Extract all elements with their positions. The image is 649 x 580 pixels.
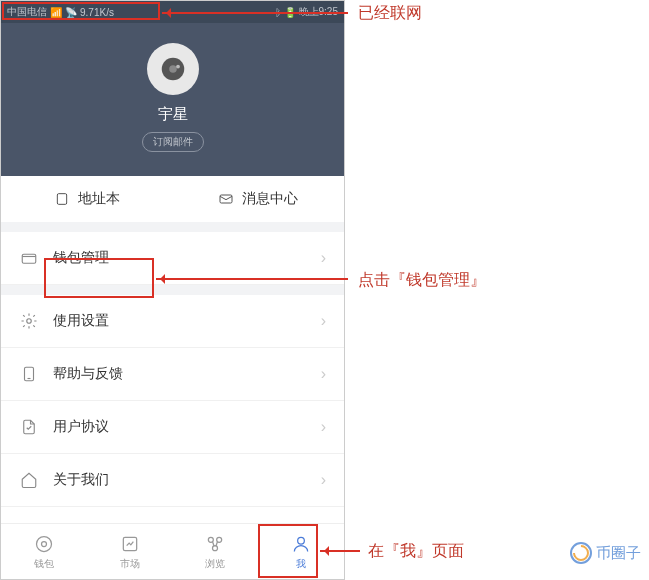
nav-browse-label: 浏览: [205, 557, 225, 571]
annotation-networked: 已经联网: [358, 3, 422, 24]
quick-actions-row: 地址本 消息中心: [1, 176, 344, 222]
bottom-nav: 钱包 市场 浏览 我: [1, 523, 344, 579]
menu-agreement-label: 用户协议: [53, 418, 109, 436]
chevron-right-icon: ›: [321, 312, 326, 330]
menu-settings-label: 使用设置: [53, 312, 109, 330]
home-icon: [19, 470, 39, 490]
document-icon: [19, 417, 39, 437]
svg-rect-4: [220, 195, 232, 203]
svg-rect-3: [57, 194, 66, 205]
menu-about-label: 关于我们: [53, 471, 109, 489]
chevron-right-icon: ›: [321, 471, 326, 489]
person-nav-icon: [290, 533, 312, 555]
annotation-arrow: [156, 278, 348, 280]
annotation-arrow: [162, 12, 348, 14]
chevron-right-icon: ›: [321, 418, 326, 436]
watermark-label: 币圈子: [596, 544, 641, 563]
chevron-right-icon: ›: [321, 365, 326, 383]
menu-about[interactable]: 关于我们 ›: [1, 454, 344, 507]
menu-help-label: 帮助与反馈: [53, 365, 123, 383]
watermark: 币圈子: [570, 542, 641, 564]
section-divider: [1, 285, 344, 295]
carrier-label: 中国电信: [7, 5, 47, 19]
bookmark-icon: [54, 191, 70, 207]
svg-point-15: [298, 537, 305, 544]
svg-point-2: [176, 65, 180, 69]
section-divider: [1, 222, 344, 232]
message-center-button[interactable]: 消息中心: [173, 190, 345, 208]
chevron-right-icon: ›: [321, 249, 326, 267]
svg-point-1: [169, 65, 177, 73]
market-nav-icon: [119, 533, 141, 555]
profile-header: 宇星 订阅邮件: [1, 23, 344, 176]
gear-icon: [19, 311, 39, 331]
nav-market-label: 市场: [120, 557, 140, 571]
nav-me-label: 我: [296, 557, 306, 571]
menu-help[interactable]: 帮助与反馈 ›: [1, 348, 344, 401]
address-book-label: 地址本: [78, 190, 120, 208]
address-book-button[interactable]: 地址本: [1, 190, 173, 208]
nav-market[interactable]: 市场: [87, 524, 173, 579]
svg-point-14: [213, 545, 218, 550]
annotation-me-page: 在『我』页面: [368, 541, 464, 562]
annotation-arrow: [320, 550, 360, 552]
message-center-label: 消息中心: [242, 190, 298, 208]
nav-browse[interactable]: 浏览: [173, 524, 259, 579]
username-label: 宇星: [158, 105, 188, 124]
wallet-nav-icon: [33, 533, 55, 555]
avatar[interactable]: [147, 43, 199, 95]
browse-nav-icon: [204, 533, 226, 555]
menu-settings[interactable]: 使用设置 ›: [1, 295, 344, 348]
svg-point-9: [36, 536, 51, 551]
subscribe-button[interactable]: 订阅邮件: [142, 132, 204, 152]
annotation-click-wallet: 点击『钱包管理』: [358, 270, 486, 291]
wallet-icon: [19, 248, 39, 268]
menu-agreement[interactable]: 用户协议 ›: [1, 401, 344, 454]
nav-wallet-label: 钱包: [34, 557, 54, 571]
network-speed: 9.71K/s: [80, 7, 114, 18]
mail-icon: [218, 191, 234, 207]
svg-point-10: [41, 541, 46, 546]
nav-wallet[interactable]: 钱包: [1, 524, 87, 579]
menu-wallet-label: 钱包管理: [53, 249, 109, 267]
menu-list: 钱包管理 › 使用设置 › 帮助与反馈 › 用户协议 › 关于我们 ›: [1, 232, 344, 507]
wifi-icon: 📡: [65, 7, 77, 18]
watermark-icon: [570, 542, 592, 564]
avatar-icon: [158, 54, 188, 84]
svg-rect-5: [22, 254, 36, 263]
signal-icon: 📶: [50, 7, 62, 18]
svg-point-6: [27, 319, 32, 324]
device-icon: [19, 364, 39, 384]
